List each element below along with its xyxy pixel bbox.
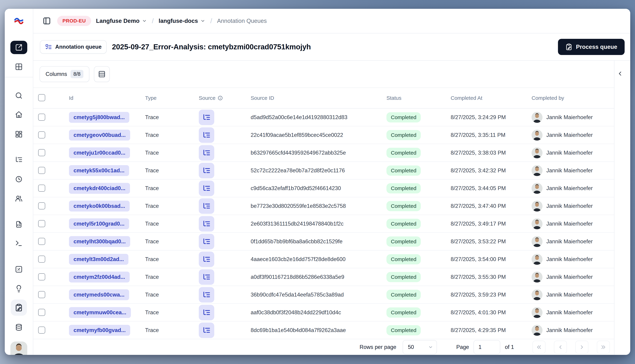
row-checkbox[interactable] xyxy=(38,326,45,334)
select-all-checkbox[interactable] xyxy=(38,94,45,101)
table-row[interactable]: cmetyk55x00c1ad... Trace 52c72c2222ea78e… xyxy=(33,162,614,180)
process-queue-button[interactable]: Process queue xyxy=(558,39,625,55)
trace-source-chip[interactable] xyxy=(199,269,214,285)
row-id-badge[interactable]: cmetykdr400ciad0... xyxy=(69,183,130,194)
sidebar-item-external-link[interactable] xyxy=(10,41,27,54)
row-id-badge[interactable]: cmetylht300bqad0... xyxy=(69,236,130,247)
sidebar-item-users[interactable] xyxy=(15,195,23,202)
table-row[interactable]: cmetyko0k00bsad... Trace be7723e30d80205… xyxy=(33,197,614,215)
row-checkbox[interactable] xyxy=(38,273,45,280)
avatar xyxy=(532,218,542,229)
row-id-badge[interactable]: cmetymmuw00cea... xyxy=(69,307,131,318)
row-checkbox[interactable] xyxy=(38,167,45,174)
table-row[interactable]: cmetylht300bqad0... Trace 0f1dd65b7bb9bf… xyxy=(33,233,614,250)
row-type: Trace xyxy=(145,185,199,192)
sidebar-item-lightbulb[interactable] xyxy=(15,285,23,292)
sidebar-item-square-percent[interactable] xyxy=(15,266,23,273)
list-tree-icon xyxy=(202,184,210,192)
table-row[interactable]: cmetyl5r100grad0... Trace 2e603f31361115… xyxy=(33,215,614,233)
sidebar-item-dashboard[interactable] xyxy=(15,130,23,138)
trace-source-chip[interactable] xyxy=(199,180,214,196)
row-type: Trace xyxy=(145,327,199,334)
sidebar-item-database[interactable] xyxy=(15,324,23,331)
row-checkbox[interactable] xyxy=(38,238,45,245)
breadcrumb-org[interactable]: Langfuse Demo xyxy=(96,18,147,24)
sidebar-item-terminal[interactable] xyxy=(15,240,23,247)
table-row[interactable]: cmetygeov00buad... Trace 22c41f09acae5b1… xyxy=(33,126,614,144)
sidebar-item-file-code[interactable] xyxy=(15,220,23,228)
trace-source-chip[interactable] xyxy=(199,287,214,302)
row-source-id: 2e603f31361115db24198478840b1f2c xyxy=(251,221,386,227)
row-completed-by-name: Jannik Maierhoefer xyxy=(546,274,593,280)
row-id-badge[interactable]: cmetyl5r100grad0... xyxy=(69,218,129,229)
row-id-badge[interactable]: cmetymeds00cwa... xyxy=(69,289,129,300)
table-row[interactable]: cmetymyfb00gvad... Trace 8dc69b1ba1e540b… xyxy=(33,322,614,339)
sidebar-item-list-tree[interactable] xyxy=(15,156,23,164)
row-checkbox[interactable] xyxy=(38,256,45,263)
table-row[interactable]: cmetykdr400ciad0... Trace c9d56ca32efaff… xyxy=(33,180,614,197)
desktop-background: { "colors": { "accent-indigo": "#3747c4"… xyxy=(0,0,635,364)
environment-badge: PROD-EU xyxy=(57,16,91,26)
sidebar-item-clock[interactable] xyxy=(15,175,23,183)
rows-per-page-value: 50 xyxy=(408,344,414,350)
table-row[interactable]: cmetym2fz00d4ad... Trace a0df3f901167218… xyxy=(33,268,614,286)
row-completed-by: Jannik Maierhoefer xyxy=(532,130,614,140)
row-id-badge[interactable]: cmetyko0k00bsad... xyxy=(69,200,130,212)
trace-source-chip[interactable] xyxy=(199,110,214,125)
next-page-button[interactable] xyxy=(575,341,588,354)
table-row[interactable]: cmetylt3m00d2ad... Trace 4aaece1603cb2e1… xyxy=(33,250,614,268)
trace-source-chip[interactable] xyxy=(199,252,214,267)
table-row[interactable]: cmetymeds00cwa... Trace 36b90cdfc47e5da1… xyxy=(33,286,614,304)
trace-source-chip[interactable] xyxy=(199,234,214,249)
row-checkbox[interactable] xyxy=(38,132,45,138)
table-row[interactable]: cmetymmuw00cea... Trace aaf0c38db0f3f204… xyxy=(33,304,614,322)
status-badge: Completed xyxy=(386,148,421,158)
columns-button[interactable]: Columns 8/8 xyxy=(40,66,89,82)
annotation-queue-badge-label: Annotation queue xyxy=(55,44,101,50)
trace-source-chip[interactable] xyxy=(199,127,214,143)
row-checkbox[interactable] xyxy=(38,220,45,227)
row-checkbox[interactable] xyxy=(38,149,45,156)
row-id-badge[interactable]: cmetyg5j800bwad... xyxy=(69,112,129,123)
sidebar-item-table-grid[interactable] xyxy=(15,63,23,70)
table-row[interactable]: cmetyju1r00ccad0... Trace b63297665cfd44… xyxy=(33,144,614,162)
row-completed-at: 8/27/2025, 3:59:23 PM xyxy=(451,292,532,298)
table-row[interactable]: cmetyg5j800bwad... Trace d5ad9d52a00c6e1… xyxy=(33,108,614,126)
row-id-badge[interactable]: cmetym2fz00d4ad... xyxy=(69,272,130,282)
trace-source-chip[interactable] xyxy=(199,216,214,232)
page-number-input[interactable] xyxy=(474,340,500,354)
sidebar-item-clipboard-pen[interactable] xyxy=(11,300,27,316)
row-id-badge[interactable]: cmetymyfb00gvad... xyxy=(69,325,130,336)
row-completed-at: 8/27/2025, 4:01:30 PM xyxy=(451,309,532,316)
sidebar-item-search[interactable] xyxy=(15,92,23,100)
user-avatar[interactable] xyxy=(10,342,27,355)
row-completed-at: 8/27/2025, 3:55:30 PM xyxy=(451,274,532,280)
row-id-badge[interactable]: cmetyju1r00ccad0... xyxy=(69,148,130,158)
row-checkbox[interactable] xyxy=(38,291,45,298)
row-checkbox[interactable] xyxy=(38,185,45,192)
row-checkbox[interactable] xyxy=(38,202,45,210)
collapse-panel-button[interactable] xyxy=(617,68,628,79)
row-id-badge[interactable]: cmetylt3m00d2ad... xyxy=(69,254,128,265)
first-page-button[interactable] xyxy=(532,341,545,354)
row-id-badge[interactable]: cmetyk55x00c1ad... xyxy=(69,165,129,176)
trace-source-chip[interactable] xyxy=(199,145,214,160)
previous-page-button[interactable] xyxy=(554,341,567,354)
avatar xyxy=(532,289,542,300)
row-height-button[interactable] xyxy=(94,66,110,82)
trace-source-chip[interactable] xyxy=(199,322,214,338)
rows-per-page-select[interactable]: 50 xyxy=(403,340,437,354)
info-icon[interactable] xyxy=(218,96,223,101)
breadcrumb-project[interactable]: langfuse-docs xyxy=(159,18,205,24)
row-id-badge[interactable]: cmetygeov00buad... xyxy=(69,130,130,140)
breadcrumb-separator: / xyxy=(210,17,212,25)
trace-source-chip[interactable] xyxy=(199,198,214,214)
row-checkbox[interactable] xyxy=(38,309,45,316)
last-page-button[interactable] xyxy=(597,341,610,354)
trace-source-chip[interactable] xyxy=(199,305,214,320)
row-checkbox[interactable] xyxy=(38,114,45,121)
trace-source-chip[interactable] xyxy=(199,163,214,178)
avatar xyxy=(532,272,542,282)
sidebar-toggle-button[interactable] xyxy=(43,16,52,26)
sidebar-item-home[interactable] xyxy=(15,111,23,118)
